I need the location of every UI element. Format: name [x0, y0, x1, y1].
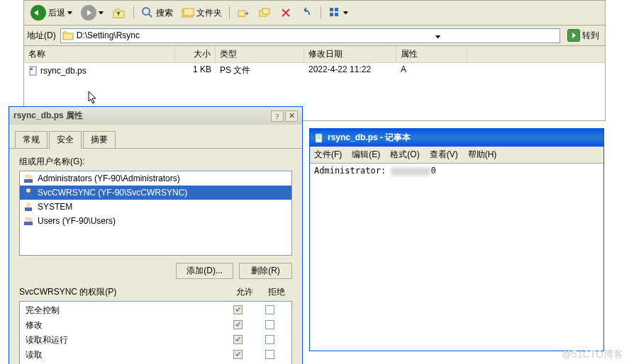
svg-point-16	[28, 175, 33, 179]
explorer-window: 后退 搜索 文件夹 地址(D)	[23, 0, 606, 121]
go-label: 转到	[582, 30, 599, 42]
allow-checkbox[interactable]	[233, 335, 243, 344]
content-prefix: Administrator:	[314, 166, 386, 176]
address-bar: 地址(D) D:\Setting\Rsync 转到	[24, 25, 605, 46]
file-row[interactable]: rsync_db.ps 1 KB PS 文件 2022-4-22 11:22 A	[24, 63, 605, 78]
menu-view[interactable]: 查看(V)	[430, 149, 458, 161]
permissions-for-label: SvcCWRSYNC 的权限(P)	[19, 286, 228, 298]
folders-icon	[182, 6, 194, 19]
move-to-button[interactable]	[233, 4, 253, 21]
permissions-list: 完全控制修改读取和运行读取写入特别的权限	[19, 301, 292, 364]
user-list[interactable]: Administrators (YF-90\Administrators) Sv…	[19, 171, 292, 256]
permission-name: 修改	[26, 319, 222, 331]
svg-rect-4	[184, 8, 194, 16]
delete-button[interactable]	[276, 4, 296, 21]
search-label: 搜索	[156, 7, 173, 19]
search-button[interactable]: 搜索	[138, 4, 177, 21]
chevron-down-icon[interactable]	[99, 11, 104, 14]
tab-general[interactable]: 常规	[15, 131, 48, 149]
forward-button[interactable]	[77, 3, 107, 23]
redacted-text	[391, 167, 430, 176]
views-icon	[328, 6, 341, 19]
allow-header: 允许	[228, 286, 260, 298]
user-item[interactable]: Administrators (YF-90\Administrators)	[20, 171, 291, 186]
group-icon	[23, 173, 34, 184]
explorer-toolbar: 后退 搜索 文件夹	[24, 1, 605, 25]
tab-security[interactable]: 安全	[49, 131, 82, 149]
user-item[interactable]: SYSTEM	[20, 200, 291, 214]
help-button[interactable]: ?	[271, 110, 284, 122]
tab-summary[interactable]: 摘要	[83, 131, 116, 149]
svg-point-18	[26, 188, 30, 193]
file-attr: A	[396, 64, 467, 77]
notepad-content[interactable]: Administrator: 0	[310, 164, 603, 178]
go-button[interactable]: 转到	[564, 28, 602, 43]
svg-rect-24	[24, 222, 33, 225]
menu-help[interactable]: 帮助(H)	[468, 149, 497, 161]
menu-format[interactable]: 格式(O)	[390, 149, 419, 161]
file-icon	[28, 66, 38, 76]
col-type[interactable]: 类型	[216, 46, 304, 62]
deny-checkbox[interactable]	[265, 320, 274, 329]
svg-line-2	[149, 14, 152, 17]
undo-button[interactable]	[297, 4, 317, 21]
notepad-menubar: 文件(F) 编辑(E) 格式(O) 查看(V) 帮助(H)	[310, 147, 603, 164]
svg-rect-8	[330, 8, 333, 11]
close-button[interactable]: ✕	[285, 110, 298, 122]
col-name[interactable]: 名称	[24, 46, 175, 62]
add-button[interactable]: 添加(D)...	[176, 263, 233, 279]
tabs: 常规 安全 摘要	[9, 125, 302, 149]
file-date: 2022-4-22 11:22	[304, 64, 396, 77]
col-date[interactable]: 修改日期	[304, 46, 396, 62]
back-label: 后退	[48, 7, 65, 19]
remove-button[interactable]: 删除(R)	[239, 263, 292, 279]
allow-checkbox[interactable]	[233, 320, 243, 329]
address-input[interactable]: D:\Setting\Rsync	[60, 28, 560, 43]
user-item[interactable]: Users (YF-90\Users)	[20, 214, 291, 228]
permission-row: 修改	[20, 318, 291, 333]
svg-rect-13	[30, 67, 36, 75]
col-attr[interactable]: 属性	[396, 46, 467, 62]
deny-checkbox[interactable]	[265, 305, 274, 314]
copy-to-button[interactable]	[255, 4, 274, 21]
permission-name: 读取	[26, 349, 222, 361]
properties-titlebar[interactable]: rsync_db.ps 属性 ? ✕	[9, 107, 302, 125]
address-value: D:\Setting\Rsync	[77, 30, 318, 40]
svg-point-23	[28, 217, 33, 222]
notepad-icon	[314, 133, 324, 143]
permission-row: 读取和运行	[20, 333, 291, 348]
file-size: 1 KB	[175, 64, 216, 77]
views-button[interactable]	[325, 4, 352, 21]
svg-rect-11	[335, 13, 338, 16]
properties-body: 组或用户名称(G): Administrators (YF-90\Adminis…	[9, 149, 302, 364]
watermark: @51CTO博客	[562, 348, 623, 361]
folders-label: 文件夹	[196, 7, 222, 19]
deny-checkbox[interactable]	[265, 335, 274, 344]
chevron-down-icon[interactable]	[343, 11, 348, 14]
svg-rect-21	[25, 207, 32, 211]
svg-point-22	[25, 217, 29, 221]
svg-rect-14	[30, 68, 33, 70]
up-button[interactable]	[108, 4, 130, 22]
svg-rect-7	[262, 8, 269, 14]
properties-dialog: rsync_db.ps 属性 ? ✕ 常规 安全 摘要 组或用户名称(G): A…	[9, 106, 303, 364]
user-item[interactable]: SvcCWRSYNC (YF-90\SvcCWRSYNC)	[20, 186, 291, 200]
deny-checkbox[interactable]	[265, 350, 274, 359]
allow-checkbox[interactable]	[233, 350, 243, 359]
folders-button[interactable]: 文件夹	[178, 4, 226, 21]
allow-checkbox[interactable]	[233, 305, 243, 314]
svg-rect-19	[25, 193, 32, 197]
go-icon	[567, 29, 580, 42]
folder-icon	[62, 30, 74, 41]
menu-file[interactable]: 文件(F)	[314, 149, 342, 161]
chevron-down-icon[interactable]	[67, 11, 72, 14]
address-dropdown[interactable]	[317, 30, 558, 40]
search-icon	[141, 6, 154, 19]
col-size[interactable]: 大小	[175, 46, 216, 62]
separator	[321, 6, 321, 19]
notepad-titlebar[interactable]: rsync_db.ps - 记事本	[310, 129, 603, 147]
user-icon	[23, 187, 34, 198]
permission-name: 读取和运行	[26, 334, 222, 346]
back-button[interactable]: 后退	[27, 3, 76, 23]
menu-edit[interactable]: 编辑(E)	[352, 149, 380, 161]
